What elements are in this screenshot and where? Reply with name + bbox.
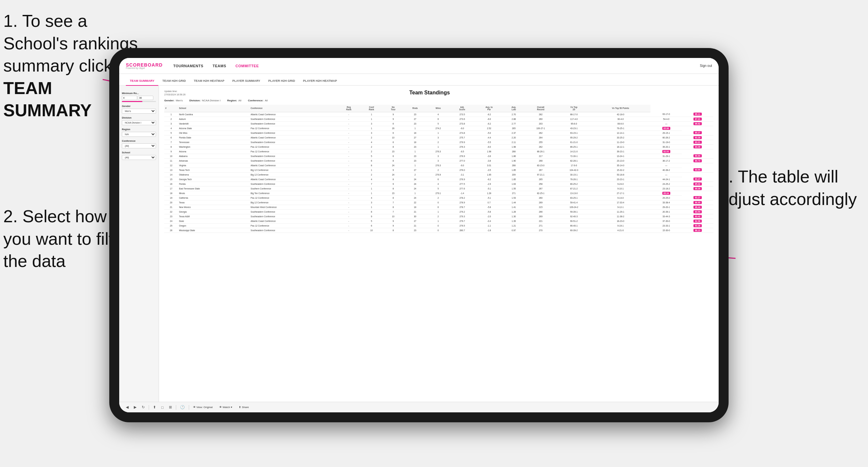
min-rank-row	[122, 96, 156, 100]
standings-title: Team Standings	[185, 90, 674, 96]
min-rank-from-input[interactable]	[122, 96, 137, 100]
logo-sub: Powered by clippd	[126, 67, 145, 69]
table-row: 4Arizona StatePac-12 Conference-1261274.…	[164, 126, 713, 130]
table-row: 7TennesseeSoutheastern Conference-461822…	[164, 140, 713, 145]
conference-filter-display: Conference: All	[248, 99, 268, 102]
tab-player-summary[interactable]: PLAYER SUMMARY	[228, 76, 264, 86]
division-filter-display: Division: NCAA Division I	[189, 99, 221, 102]
instruction-1-bold: TEAM SUMMARY	[3, 79, 92, 120]
table-row: 24DukeAtlantic Coast Conference-59271279…	[164, 219, 713, 223]
school-label: School	[122, 151, 156, 154]
school-select[interactable]: (All)	[122, 155, 156, 160]
col-header-no-tour: NoTour	[383, 105, 404, 112]
nav-tournaments[interactable]: TOURNAMENTS	[173, 63, 204, 69]
gender-select[interactable]: Men's	[122, 108, 156, 114]
table-row: 5Ole MissSoutheastern Conference-3618127…	[164, 130, 713, 135]
region-filter-display: Region: All	[227, 99, 241, 102]
toolbar-refresh[interactable]: ↻	[141, 404, 146, 410]
nav-committee[interactable]: COMMITTEE	[235, 63, 260, 69]
tab-team-h2h-heatmap[interactable]: TEAM H2H HEATMAP	[190, 76, 228, 86]
sign-out-button[interactable]: Sign out	[700, 64, 712, 68]
region-label: Region	[122, 128, 156, 131]
min-rank-to-input[interactable]	[138, 96, 153, 100]
col-header-rank: #	[164, 105, 178, 112]
table-row: 12VirginiaAtlantic Coast Conference-8241…	[164, 163, 713, 167]
division-filter-label: Division:	[189, 99, 201, 102]
tablet-device: SCOREBOARD Powered by clippd TOURNAMENTS…	[109, 48, 728, 422]
col-header-avg-par: Avg. toPar	[474, 105, 503, 112]
min-rank-label: Minimum Ro...	[122, 92, 156, 95]
toolbar-clock[interactable]: 🕐	[179, 404, 186, 410]
table-row: 22GeorgiaSoutheastern Conference-8721127…	[164, 209, 713, 214]
tablet-screen: SCOREBOARD Powered by clippd TOURNAMENTS…	[119, 58, 719, 412]
share-btn[interactable]: ⬆ Share	[239, 406, 249, 409]
table-row: 21New MexicoMountain West Conference-181…	[164, 205, 713, 209]
col-header-avg-low: Avg.Low	[503, 105, 524, 112]
toolbar-share-icon[interactable]: ⬆	[152, 404, 157, 410]
table-row: 19CaliforniaPac-12 Conference-48242278.2…	[164, 195, 713, 200]
table-row: 9ArizonaPac-12 Conference-2231276.3-6.51…	[164, 149, 713, 154]
sub-nav: TEAM SUMMARY TEAM H2H GRID TEAM H2H HEAT…	[119, 74, 719, 86]
table-row: 20TexasBig 12 Conference-37220278.90.71.…	[164, 200, 713, 205]
table-row: 18IllinoisBig Ten Conference-1231279.1-1…	[164, 191, 713, 195]
instruction-3: 3. The table will adjust accordingly	[719, 165, 858, 210]
col-header-conference: Conference	[250, 105, 338, 112]
col-header-adj-score: Adj.Score	[450, 105, 474, 112]
toolbar-sep3	[189, 405, 189, 410]
tab-team-h2h-grid[interactable]: TEAM H2H GRID	[158, 76, 190, 86]
table-row: 1North CarolinaAtlantic Coast Conference…	[164, 112, 713, 117]
col-header-vs-top25: Vs Top25	[557, 105, 590, 112]
division-filter-value: NCAA Division I	[202, 99, 221, 102]
nav-teams[interactable]: TEAMS	[212, 63, 227, 69]
watch-btn[interactable]: 👁 Watch ▾	[219, 406, 232, 409]
app-header: SCOREBOARD Powered by clippd TOURNAMENTS…	[119, 58, 719, 74]
table-row: 16FloridaSoutheastern Conference-7924427…	[164, 182, 713, 186]
col-header-school: School	[178, 105, 249, 112]
gender-filter-label: Gender:	[164, 99, 175, 102]
table-row: 14OklahomaBig 12 Conference-2242276.9-3.…	[164, 172, 713, 177]
toolbar-bookmark[interactable]: □	[160, 405, 165, 410]
table-row: 26Mississippi StateSoutheastern Conferen…	[164, 228, 713, 232]
update-time: Update time: 27/03/2024 16:56:26	[164, 90, 185, 96]
table-row: 10AlabamaSoutheastern Conference-5623327…	[164, 154, 713, 158]
col-header-overall: OverallRecord	[524, 105, 557, 112]
table-row: 15Georgia TechAtlantic Coast Conference-…	[164, 177, 713, 182]
toolbar-forward[interactable]: ▶	[132, 404, 138, 410]
toolbar-sep1	[149, 405, 149, 410]
tab-team-summary[interactable]: TEAM SUMMARY	[126, 76, 158, 86]
region-filter-value: All	[239, 99, 241, 102]
col-header-vs-top50: Vs Top 50 Points	[590, 105, 650, 112]
toolbar-back[interactable]: ◀	[125, 404, 130, 410]
logo-area: SCOREBOARD Powered by clippd	[126, 62, 163, 69]
col-header-rnds: Rnds	[404, 105, 427, 112]
rank-slider[interactable]	[122, 101, 156, 102]
table-area: Update time: 27/03/2024 16:56:26 Team St…	[159, 86, 719, 402]
region-select[interactable]: N/A	[122, 132, 156, 137]
table-row: 17East Tennessee StateSouthern Conferenc…	[164, 186, 713, 191]
gender-label: Gender	[122, 105, 156, 107]
toolbar-sep2	[176, 405, 176, 410]
col-header-conf-rank: ConfRank	[360, 105, 383, 112]
table-row: 6Florida StateAtlantic Coast Conference-…	[164, 135, 713, 140]
tab-player-h2h-grid[interactable]: PLAYER H2H GRID	[264, 76, 299, 86]
gender-filter-display: Gender: Men's	[164, 99, 183, 102]
col-header-wins: Wins	[427, 105, 450, 112]
conference-label: Conference	[122, 139, 156, 143]
region-filter-label: Region:	[227, 99, 237, 102]
table-row: 2AuburnSoutheastern Conference-19276273.…	[164, 117, 713, 121]
bottom-toolbar: ◀ ▶ ↻ ⬆ □ ⊞ 🕐 👁 View: Original 👁 Watch ▾…	[119, 402, 719, 412]
conference-select[interactable]: (All)	[122, 144, 156, 148]
division-select[interactable]: NCAA Division I	[122, 120, 156, 125]
table-row: 8WashingtonPac-12 Conference-28231276.3-…	[164, 145, 713, 149]
instruction-3-text: 3. The table will adjust accordingly	[719, 167, 857, 209]
filters-panel: Minimum Ro... Gender Men's Division NCAA…	[119, 86, 159, 402]
nav-items: TOURNAMENTS TEAMS COMMITTEE Sign out	[173, 63, 712, 69]
standings-table: # School Conference RegRank ConfRank NoT…	[164, 105, 713, 233]
view-original-btn[interactable]: 👁 View: Original	[193, 406, 213, 409]
col-header-reg-rank: RegRank	[338, 105, 360, 112]
table-row: 13Texas TechBig 12 Conference-19272276.0…	[164, 167, 713, 172]
table-row: 3VanderbiltSoutheastern Conference-36235…	[164, 121, 713, 126]
toolbar-tab[interactable]: ⊞	[167, 404, 173, 410]
conference-filter-value: All	[265, 99, 268, 102]
tab-player-h2h-heatmap[interactable]: PLAYER H2H HEATMAP	[299, 76, 341, 86]
